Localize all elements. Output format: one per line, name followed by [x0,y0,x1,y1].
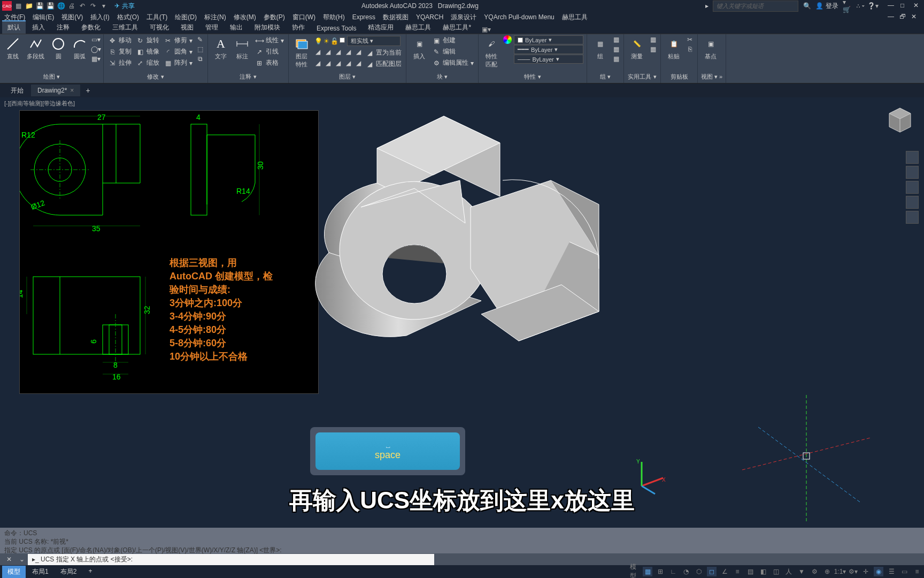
explode-icon[interactable]: ⬚ [196,45,204,54]
scale-icon[interactable]: 1:1▾ [835,567,845,576]
nav-orbit-icon[interactable] [906,196,919,209]
close-button[interactable]: ✕ [913,2,922,10]
dyn-ucs-icon[interactable]: 人 [784,567,794,576]
menu-yqarch[interactable]: YQARCH [416,13,443,21]
status-tab-model[interactable]: 模型 [2,566,26,578]
hw-accel-icon[interactable]: ◉ [874,567,883,576]
web-icon[interactable]: 🌐 [57,2,65,10]
workspace-icon[interactable]: ⚙▾ [848,567,858,576]
fillet-button[interactable]: ◜圆角▾ [163,47,194,57]
color-wheel-icon[interactable] [503,35,512,44]
minimize-button[interactable]: — [888,2,896,10]
layer-t5-icon[interactable]: ◢ [354,48,363,56]
anno-mon-icon[interactable]: ✛ [861,567,871,576]
ribbon-tab-insert[interactable]: 插入 [27,21,50,34]
ribbon-tab-collab[interactable]: 协作 [287,21,310,34]
layer-b1-icon[interactable]: ◢ [313,59,322,67]
ribbon-tab-default[interactable]: 默认 [2,20,26,34]
status-tab-layout2[interactable]: 布局2 [55,566,82,578]
layer-props-button[interactable]: 图层 特性 [292,35,311,70]
maximize-button[interactable]: □ [900,2,909,10]
cart-icon[interactable]: ▾🛒 [843,2,851,10]
saveas-icon[interactable]: 💾 [46,2,55,10]
autodesk-icon[interactable]: ⛬▾ [856,2,864,10]
polar-icon[interactable]: ◔ [681,567,691,576]
search-icon[interactable]: 🔍 [803,2,811,10]
layer-b5-icon[interactable]: ◢ [354,59,363,67]
util1-icon[interactable]: ▦ [649,35,657,44]
trim-button[interactable]: ✂修剪▾ [163,35,194,45]
edit-block-button[interactable]: ✎编辑 [431,47,475,57]
anno-vis-icon[interactable]: ⊕ [822,567,832,576]
ribbon-tab-featured[interactable]: 精选应用 [363,21,399,34]
viewport-label[interactable]: [-][西南等轴测][带边缘着色] [4,100,75,108]
layer-color-swatch[interactable] [340,37,345,43]
menu-draw[interactable]: 绘图(D) [175,13,197,22]
rect-icon[interactable]: ▭▾ [91,35,100,44]
save-icon[interactable]: 💾 [35,2,44,10]
cut-icon[interactable]: ✂ [686,35,694,44]
layer-t1-icon[interactable]: ◢ [313,48,322,56]
menu-format[interactable]: 格式(O) [117,13,139,22]
ribbon-tab-manage[interactable]: 管理 [200,21,224,34]
layer-b2-icon[interactable]: ◢ [324,59,332,67]
ribbon-tab-parametric[interactable]: 参数化 [76,21,106,34]
hatch-icon[interactable]: ▦▾ [91,55,100,63]
clean-screen-icon[interactable]: ▭ [899,567,909,576]
doc-minimize-button[interactable]: — [888,13,896,21]
nav-wheel-icon[interactable] [906,211,919,224]
viewport[interactable]: [-][西南等轴测][带边缘着色] 27 R12 Ø12 35 [0,97,924,539]
dropdown-icon[interactable]: ▾ [99,2,108,10]
ribbon-tab-hesi1[interactable]: 赫思工具 [400,21,436,34]
close-tab-icon[interactable]: × [70,87,74,94]
open-icon[interactable]: 📁 [25,2,33,10]
ribbon-tab-visualize[interactable]: 可视化 [144,21,174,34]
group-button[interactable]: ▦组 [590,35,610,62]
make-current-button[interactable]: ◢置为当前 [364,48,403,58]
layer-t4-icon[interactable]: ◢ [344,48,352,56]
measure-button[interactable]: 📏测量 [627,35,646,62]
match-props-button[interactable]: 🖌特性 匹配 [482,35,501,70]
edit-attr-button[interactable]: ⚙编辑属性▾ [431,58,475,68]
nav-pan-icon[interactable] [906,166,919,179]
mirror-button[interactable]: ◧镜像 [135,47,160,57]
osnap-icon[interactable]: ◻ [707,567,717,576]
isolate-icon[interactable]: ☰ [887,567,896,576]
menu-dataview[interactable]: 数据视图 [383,13,409,22]
doc-close-button[interactable]: ✕ [911,13,920,21]
otrack-icon[interactable]: ∠ [720,567,729,576]
layer-sun-icon[interactable]: ☀ [324,37,329,45]
menu-param[interactable]: 参数(P) [264,13,285,22]
polyline-button[interactable]: 多段线 [25,35,47,62]
layer-bulb-icon[interactable]: 💡 [314,37,322,45]
grid-icon[interactable]: ▦ [643,567,652,576]
search-input[interactable]: 键入关键字或短语 [713,1,798,12]
menu-tools[interactable]: 工具(T) [147,13,167,22]
text-button[interactable]: A文字 [211,35,230,62]
transp-icon[interactable]: ▤ [745,567,755,576]
cmd-close-icon[interactable]: ✕ [6,556,15,563]
paste-button[interactable]: 📋粘贴 [664,35,683,62]
group-bb-icon[interactable]: ▦ [612,55,620,63]
menu-yqarch-pull[interactable]: YQArch Pull-down Menu [484,13,554,21]
login-button[interactable]: 👤登录 [815,2,838,11]
add-tab-button[interactable]: + [81,84,94,97]
command-input[interactable]: ▸_ UCS 指定 X 轴上的点或 <接受>: [28,554,434,565]
layer-b4-icon[interactable]: ◢ [344,59,352,67]
menu-express[interactable]: Express [352,13,375,21]
ortho-icon[interactable]: ∟ [668,567,678,576]
cmd-toggle-icon[interactable]: ⌄ [19,556,25,563]
layer-select[interactable]: 粗实线 ▾ [347,36,401,46]
gizmo-icon[interactable]: ⚙ [810,567,819,576]
layer-b3-icon[interactable]: ◢ [334,59,342,67]
menu-view[interactable]: 视图(V) [61,13,83,22]
nav-zoom-icon[interactable] [906,181,919,194]
share-button[interactable]: ✈共享 [114,2,135,11]
help-icon[interactable]: ❔▾ [868,2,877,10]
insert-block-button[interactable]: ▣插入 [410,35,429,62]
dim-button[interactable]: 标注 [233,35,252,62]
array-button[interactable]: ▦阵列▾ [163,58,194,68]
ungroup-icon[interactable]: ▦ [612,35,620,44]
group-edit-icon[interactable]: ▦ [612,45,620,54]
util2-icon[interactable]: ▦ [649,45,657,54]
